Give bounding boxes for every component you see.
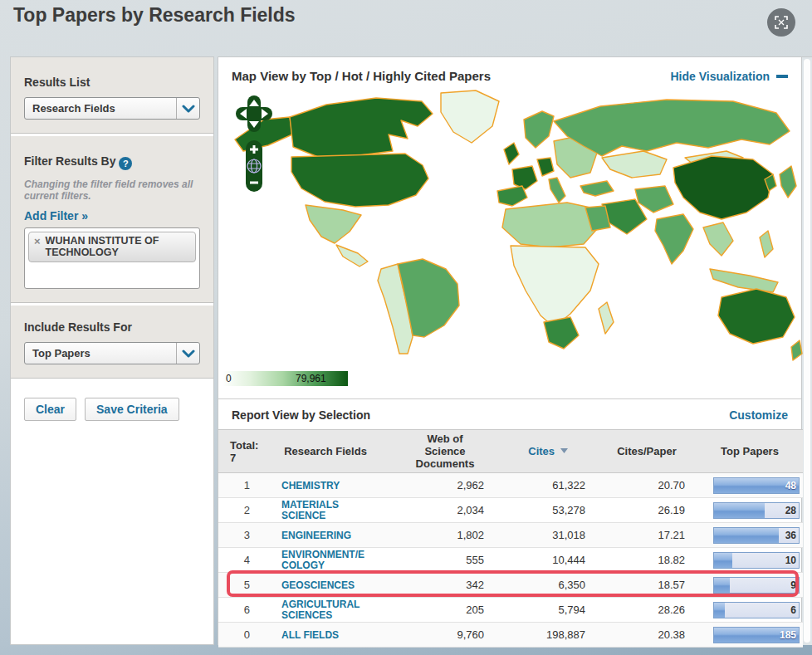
top-papers-bar: 28 [713,502,800,519]
field-cell: CHEMISTRY [260,473,391,498]
map-region-usa[interactable] [291,154,428,207]
column-cites-per-paper[interactable]: Cites/Paper [597,430,697,473]
map-region-philippines[interactable] [760,231,773,257]
bar-value: 185 [780,629,796,641]
field-link[interactable]: GEOSCIENCES [281,580,355,591]
docs-cell: 555 [391,548,499,573]
column-top-papers[interactable]: Top Papers [697,430,803,473]
field-cell: MATERIALSSCIENCE [260,498,391,523]
column-cites[interactable]: Cites [499,430,597,473]
add-filter-link[interactable]: Add Filter » [24,209,88,222]
map-region-scandinavia[interactable] [524,111,554,148]
top-papers-cell: 185 [697,623,803,648]
filter-tag-label: WUHAN INSTITUTE OF TECHNOLOGY [46,235,190,258]
choropleth-map[interactable] [218,88,803,367]
results-list-dropdown[interactable]: Research Fields [24,97,200,120]
map-region-new-zealand[interactable] [791,340,802,360]
cites-per-paper-cell: 20.70 [597,473,697,498]
map-region-madagascar[interactable] [599,302,614,334]
map-region-central-america[interactable] [336,245,368,266]
map-region-mexico[interactable] [306,205,361,243]
map-region-italy[interactable] [549,178,565,203]
scrollbar-track[interactable] [802,56,812,645]
map-region-australia[interactable] [718,289,795,344]
map-region-uk[interactable] [504,143,519,164]
map-pan-control[interactable] [235,95,273,133]
legend-gradient-bar [223,371,348,386]
map-region-canada[interactable] [290,98,433,157]
map-region-north-africa[interactable] [502,203,597,247]
report-section-header: Report View by Selection Customize [218,399,801,429]
bar-value: 48 [785,480,796,491]
world-map[interactable] [218,88,801,367]
filter-section: Filter Results By? Changing the filter f… [11,136,213,303]
include-results-dropdown[interactable]: Top Papers [24,342,200,364]
map-region-india[interactable] [655,214,693,264]
table-row: 3ENGINEERING1,80231,01817.2136 [218,523,803,548]
map-region-indonesia[interactable] [710,269,778,292]
docs-cell: 9,760 [391,623,499,648]
hide-visualization-link[interactable]: Hide Visualization [670,70,788,83]
map-region-turkey[interactable] [580,181,614,196]
help-icon[interactable]: ? [119,157,132,170]
field-link[interactable]: ENGINEERING [281,530,351,541]
filter-note: Changing the filter field removes all cu… [24,178,200,202]
map-region-greenland[interactable] [441,90,499,143]
docs-cell: 1,802 [391,523,499,548]
cites-cell: 5,794 [499,598,597,623]
table-row: 0ALL FIELDS9,760198,88720.38185 [218,623,803,648]
top-papers-cell: 10 [697,548,803,573]
sidebar-actions: Clear Save Criteria [11,381,213,437]
expand-icon [775,16,788,29]
scrollbar-thumb[interactable] [804,59,810,643]
field-link[interactable]: MATERIALSSCIENCE [281,500,339,521]
map-zoom-control[interactable] [244,139,264,193]
top-papers-bar: 36 [713,527,800,544]
table-row: 4ENVIRONMENT/ECOLOGY55510,44418.8210 [218,548,803,573]
field-cell: ENVIRONMENT/ECOLOGY [260,548,391,573]
save-criteria-button[interactable]: Save Criteria [85,398,179,421]
map-region-south-africa[interactable] [544,317,579,349]
cites-cell: 198,887 [499,623,597,648]
top-papers-cell: 36 [697,523,803,548]
legend-max-value: 79,961 [296,373,326,384]
clear-button[interactable]: Clear [24,398,76,421]
docs-cell: 2,034 [391,498,499,523]
map-region-southeast-asia[interactable] [703,222,733,256]
top-papers-cell: 6 [697,598,803,623]
report-table: Total:7 Research Fields Web of Science D… [218,429,803,648]
include-results-heading: Include Results For [24,320,200,334]
map-region-germany[interactable] [537,158,554,176]
top-papers-bar: 6 [713,602,800,618]
top-papers-bar: 9 [713,577,800,594]
customize-link[interactable]: Customize [729,408,788,422]
map-region-iberia[interactable] [497,186,527,206]
sidebar: Results List Research Fields Filter Resu… [10,56,214,645]
bar-value: 10 [785,555,796,566]
bar-value: 28 [785,505,796,516]
field-cell: ENGINEERING [260,523,391,548]
remove-filter-icon[interactable]: × [34,235,41,247]
map-region-china[interactable] [673,156,773,219]
column-research-fields[interactable]: Research Fields [260,430,391,473]
map-controls [235,95,273,193]
bar-value: 6 [790,604,796,616]
report-table-body: 1CHEMISTRY2,96261,32220.70482MATERIALSSC… [218,473,803,648]
cites-cell: 10,444 [499,548,597,573]
field-link[interactable]: ALL FIELDS [281,630,339,641]
field-link[interactable]: CHEMISTRY [281,481,340,491]
map-region-saudi-arabia[interactable] [602,199,647,234]
column-wos-documents[interactable]: Web of Science Documents [391,430,499,473]
map-region-russia[interactable] [554,100,790,156]
map-region-japan[interactable] [780,166,796,198]
map-region-central-africa[interactable] [511,246,599,327]
report-view-title: Report View by Selection [232,408,370,422]
field-link[interactable]: ENVIRONMENT/ECOLOGY [281,550,364,571]
field-link[interactable]: AGRICULTURALSCIENCES [281,599,360,621]
results-list-heading: Results List [24,76,200,89]
expand-button[interactable] [767,8,795,37]
map-region-kazakhstan[interactable] [602,151,667,178]
filter-tag[interactable]: × WUHAN INSTITUTE OF TECHNOLOGY [28,232,196,262]
cites-cell: 53,278 [499,498,597,523]
map-region-france[interactable] [512,166,537,189]
